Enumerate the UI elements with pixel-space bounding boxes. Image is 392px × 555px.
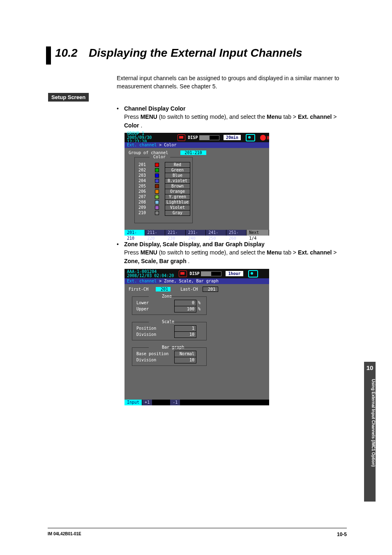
shot1-tabs[interactable]: 201-210211-220221-230231-240241-250251-2… xyxy=(125,230,269,236)
media-icon xyxy=(248,270,258,278)
param-label: Base position xyxy=(136,351,175,357)
param-value[interactable]: 10 xyxy=(175,357,196,363)
footer-rule xyxy=(48,528,347,528)
bargraph-legend: Bar graph xyxy=(160,345,186,349)
color-table: 201Red202Green203Blue204B.violet205Brown… xyxy=(138,162,190,216)
color-name[interactable]: Lightblue xyxy=(165,200,190,205)
channel-number: 201 xyxy=(138,162,155,168)
color-row: 208Lightblue xyxy=(138,200,190,205)
param-value[interactable]: Normal xyxy=(175,351,196,357)
text: . xyxy=(141,122,142,129)
param-unit: % xyxy=(196,300,202,306)
text-ext-channel: Ext. channel xyxy=(298,113,332,120)
param-value[interactable]: 0 xyxy=(175,300,196,306)
param-label: Division xyxy=(136,357,175,363)
chapter-side-tab: 10 Using External Input Channels (/MC1 O… xyxy=(364,362,376,502)
record-icon xyxy=(178,134,185,141)
footer-doc-id: IM 04L42B01-01E xyxy=(48,532,81,536)
shot2-tabs[interactable]: Input+1-1 xyxy=(125,400,269,405)
record-icon xyxy=(179,271,187,277)
channel-number: 207 xyxy=(138,194,155,200)
screenshot-color-setup: GROUP 1 2005/09/30 12:23:20 DISP 20min E… xyxy=(125,133,269,236)
softkey-tab[interactable]: -1 xyxy=(170,400,180,405)
softkey-tab[interactable]: +1 xyxy=(142,400,152,405)
text: Press xyxy=(124,249,141,256)
color-swatch xyxy=(155,173,159,178)
crumb-ext: Ext. channel xyxy=(127,143,157,147)
shot2-timestamp: 2008/12/03 02:04:20 xyxy=(127,273,174,278)
color-row: 209Violet xyxy=(138,205,190,210)
shot2-titlebar: AAA-1-001204 2008/12/03 02:04:20 DISP 1h… xyxy=(125,269,269,278)
param-unit xyxy=(196,332,199,338)
color-name[interactable]: Brown xyxy=(165,184,190,189)
disp-label: DISP xyxy=(188,135,198,140)
range-tab[interactable]: 201-210 xyxy=(125,230,145,236)
zone-table: Lower0%Upper100% xyxy=(136,300,201,312)
bullet2-title: Zone Display, Scale Display, and Bar Gra… xyxy=(124,241,265,247)
color-row: 207Y.green xyxy=(138,194,190,200)
softkey-tab xyxy=(152,400,170,405)
last-ch-value[interactable]: 201 xyxy=(203,287,218,292)
setup-screen-badge: Setup Screen xyxy=(48,93,89,102)
param-label: Division xyxy=(136,332,175,338)
param-value[interactable]: 1 xyxy=(175,326,196,332)
text-zone-scale-bar: Zone, Scale, Bar graph xyxy=(124,258,187,264)
channel-number: 204 xyxy=(138,178,155,184)
color-swatch xyxy=(155,179,159,183)
disp-bar-icon xyxy=(201,271,221,276)
channel-number: 202 xyxy=(138,168,155,173)
color-row: 201Red xyxy=(138,162,190,168)
range-tab[interactable]: 241-250 xyxy=(206,230,226,236)
text: > xyxy=(333,249,337,256)
zone-fieldset: Zone Lower0%Upper100% xyxy=(132,296,207,315)
shot1-breadcrumb: Ext. channel > Color xyxy=(125,142,269,148)
color-name[interactable]: Blue xyxy=(165,173,190,178)
color-name[interactable]: Green xyxy=(165,168,190,173)
channel-number: 209 xyxy=(138,205,155,210)
color-name[interactable]: Gray xyxy=(165,210,190,216)
range-tab[interactable]: 231-240 xyxy=(186,230,206,236)
screenshot-zone-scale-bar: AAA-1-001204 2008/12/03 02:04:20 DISP 1h… xyxy=(125,269,269,405)
time-badge[interactable]: 1hour xyxy=(226,271,243,276)
range-tab[interactable]: 221-230 xyxy=(165,230,186,236)
text-color: Color xyxy=(124,122,139,129)
color-swatch xyxy=(155,168,159,172)
range-tab[interactable]: 211-220 xyxy=(145,230,166,236)
section-number: 10.2 xyxy=(55,46,78,60)
color-swatch xyxy=(155,163,159,167)
param-value[interactable]: 10 xyxy=(175,332,196,338)
side-tab-number: 10 xyxy=(364,364,376,371)
text-tab: Menu xyxy=(267,249,282,256)
next-tab[interactable]: Next 1/4 xyxy=(247,230,269,236)
softkey-tab[interactable]: Input xyxy=(125,400,142,405)
alarm-icon xyxy=(260,135,266,141)
color-row: 206Orange xyxy=(138,189,190,194)
first-ch-value[interactable]: 201 xyxy=(156,287,171,291)
zone-legend: Zone xyxy=(160,294,173,298)
shot2-breadcrumb: Ext. channel > Zone, Scale, Bar graph xyxy=(125,278,269,284)
intro-paragraph: External input channels can be assigned … xyxy=(117,74,345,91)
param-unit xyxy=(196,351,199,357)
text-menu: MENU xyxy=(141,113,157,120)
range-tab[interactable]: 251-260 xyxy=(226,230,247,236)
bullet-zone-scale-bar: • Zone Display, Scale Display, and Bar G… xyxy=(117,240,345,265)
color-name[interactable]: B.violet xyxy=(165,178,190,184)
color-name[interactable]: Y.green xyxy=(165,194,190,200)
shot1-body: Group of channel 201-210 Color 201Red202… xyxy=(125,148,269,230)
bullet-channel-color: • Channel Display Color Press MENU (to s… xyxy=(117,104,345,130)
crumb-zsb: Zone, Scale, Bar graph xyxy=(164,279,218,283)
color-swatch xyxy=(155,190,159,194)
disp-label: DISP xyxy=(189,271,199,276)
text: tab > xyxy=(284,249,298,256)
param-label: Lower xyxy=(136,300,175,306)
color-name[interactable]: Violet xyxy=(165,205,190,210)
group-of-channel-value[interactable]: 201-210 xyxy=(180,150,206,155)
color-name[interactable]: Red xyxy=(165,162,190,168)
color-swatch xyxy=(155,200,159,204)
color-name[interactable]: Orange xyxy=(165,189,190,194)
crumb-ext: Ext. channel xyxy=(127,279,157,283)
color-swatch xyxy=(155,211,159,215)
time-badge[interactable]: 20min xyxy=(224,135,241,140)
param-value[interactable]: 100 xyxy=(175,306,196,312)
last-ch-label: Last-CH xyxy=(180,287,200,291)
